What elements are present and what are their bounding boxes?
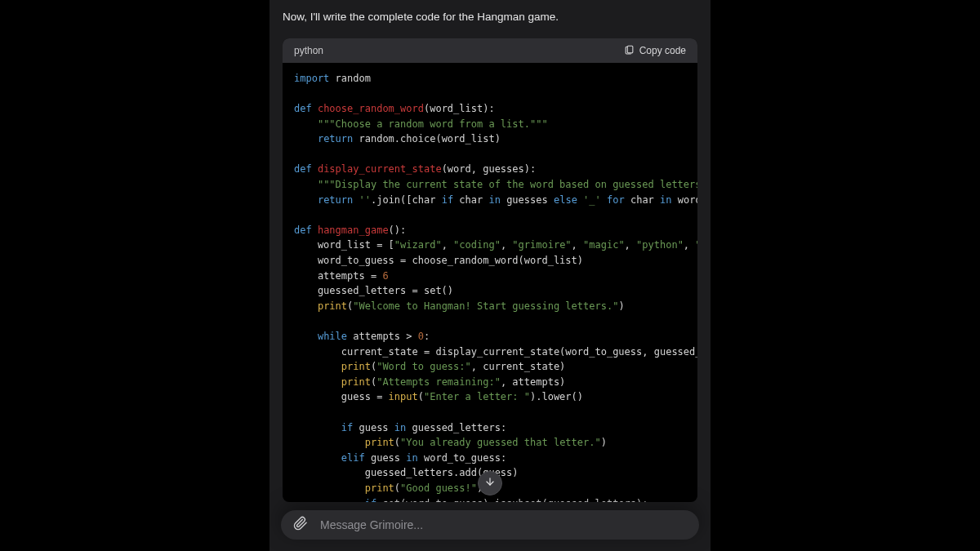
code-content: import random def choose_random_word(wor… (294, 71, 697, 502)
attach-button[interactable] (292, 517, 309, 533)
message-input[interactable] (318, 518, 688, 532)
code-block: python Copy code import random def choos… (283, 38, 697, 502)
copy-code-label: Copy code (639, 45, 686, 56)
assistant-message-text: Now, I'll write the complete code for th… (283, 10, 697, 25)
copy-code-button[interactable]: Copy code (624, 44, 686, 57)
code-block-header: python Copy code (283, 38, 697, 63)
clipboard-icon (624, 44, 635, 57)
arrow-down-icon (484, 476, 496, 491)
scroll-to-bottom-button[interactable] (478, 471, 502, 495)
paperclip-icon (293, 516, 308, 534)
conversation-pane: Now, I'll write the complete code for th… (270, 0, 710, 502)
code-body[interactable]: import random def choose_random_word(wor… (283, 63, 697, 502)
chat-app: Now, I'll write the complete code for th… (270, 0, 710, 551)
code-language-label: python (294, 45, 323, 56)
svg-rect-0 (627, 46, 633, 53)
message-composer (281, 510, 699, 540)
